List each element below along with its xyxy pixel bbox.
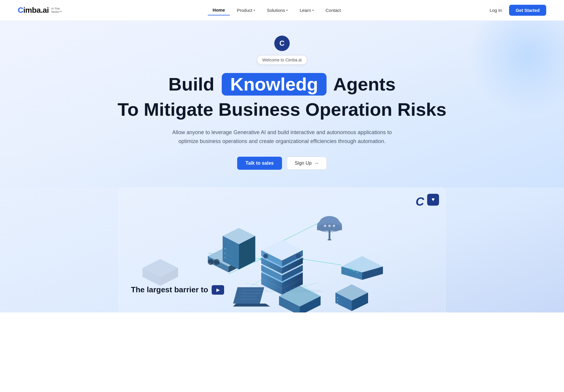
svg-point-25 bbox=[263, 254, 268, 258]
nav-links: Home Product ▾ Solutions ▾ Learn ▾ Conta… bbox=[208, 5, 346, 15]
chevron-down-icon: ▾ bbox=[312, 9, 314, 12]
svg-rect-61 bbox=[328, 239, 331, 240]
svg-point-43 bbox=[224, 257, 226, 258]
chevron-down-icon: ▾ bbox=[254, 9, 255, 12]
logo-tagline: AI That Works!™ bbox=[51, 7, 67, 14]
hero-subtext: Allow anyone to leverage Generative AI a… bbox=[169, 128, 395, 146]
login-button[interactable]: Log In bbox=[486, 5, 506, 15]
svg-point-26 bbox=[296, 254, 301, 258]
navbar: Cimba.ai AI That Works!™ Home Product ▾ … bbox=[0, 0, 564, 21]
svg-point-47 bbox=[349, 268, 351, 270]
svg-point-49 bbox=[357, 272, 358, 273]
svg-point-83 bbox=[337, 303, 338, 304]
nav-product[interactable]: Product ▾ bbox=[232, 5, 260, 15]
svg-point-58 bbox=[328, 225, 331, 227]
svg-line-2 bbox=[303, 259, 341, 265]
hero-highlight: Knowledg bbox=[222, 73, 326, 96]
logo-text: Cimba.ai bbox=[18, 6, 49, 15]
svg-marker-67 bbox=[233, 304, 270, 307]
hero-headline-1: Build Knowledg Agents bbox=[168, 73, 396, 96]
get-started-button[interactable]: Get Started bbox=[509, 5, 546, 16]
svg-point-48 bbox=[353, 270, 355, 272]
svg-point-42 bbox=[224, 253, 226, 254]
hero-ctas: Talk to sales Sign Up → bbox=[237, 157, 327, 170]
demo-container: ♥ C bbox=[119, 188, 445, 312]
svg-rect-60 bbox=[329, 230, 330, 239]
svg-point-81 bbox=[337, 297, 338, 298]
nav-contact[interactable]: Contact bbox=[321, 5, 346, 15]
svg-point-41 bbox=[224, 248, 226, 249]
svg-point-30 bbox=[208, 259, 214, 265]
hero-headline-2: To Mitigate Business Operation Risks bbox=[118, 99, 446, 120]
hero-badge: Welcome to Cimba.ai bbox=[257, 55, 308, 65]
demo-caption: The largest barrier to ▶ bbox=[131, 285, 224, 295]
nav-home[interactable]: Home bbox=[208, 5, 230, 15]
play-button[interactable]: ▶ bbox=[212, 285, 224, 295]
svg-line-3 bbox=[282, 223, 318, 241]
chevron-down-icon: ▾ bbox=[286, 9, 288, 12]
svg-point-59 bbox=[333, 225, 335, 227]
illustration bbox=[131, 200, 433, 312]
logo[interactable]: Cimba.ai AI That Works!™ bbox=[18, 6, 67, 15]
svg-point-57 bbox=[324, 225, 326, 227]
svg-point-82 bbox=[337, 300, 338, 301]
nav-solutions[interactable]: Solutions ▾ bbox=[262, 5, 293, 15]
hero-section: C Welcome to Cimba.ai Build Knowledg Age… bbox=[0, 21, 564, 188]
nav-actions: Log In Get Started bbox=[486, 5, 546, 16]
demo-section: ♥ C bbox=[0, 188, 564, 312]
iso-svg bbox=[131, 200, 433, 312]
hero-logo-circle: C bbox=[274, 36, 290, 51]
talk-to-sales-button[interactable]: Talk to sales bbox=[237, 157, 282, 170]
svg-marker-62 bbox=[233, 287, 264, 304]
sign-up-button[interactable]: Sign Up → bbox=[287, 157, 327, 170]
nav-learn[interactable]: Learn ▾ bbox=[295, 5, 318, 15]
svg-point-31 bbox=[214, 259, 220, 265]
arrow-icon: → bbox=[314, 161, 319, 166]
